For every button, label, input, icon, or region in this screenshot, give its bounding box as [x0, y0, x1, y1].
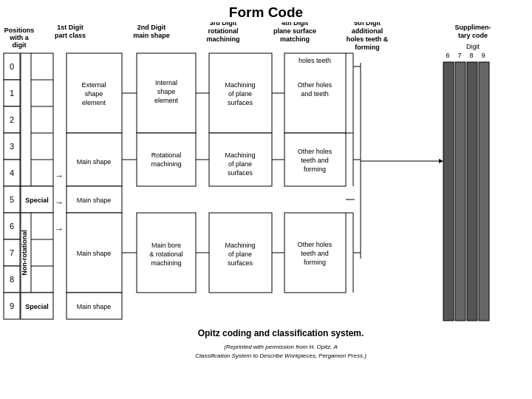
svg-text:& rotational: & rotational	[149, 250, 183, 258]
svg-text:machining: machining	[151, 160, 181, 168]
svg-marker-139	[439, 159, 443, 163]
svg-text:5: 5	[10, 195, 14, 204]
svg-text:(Reprinted with permission fro: (Reprinted with permission from H. Opitz…	[224, 344, 338, 350]
svg-text:Main shape: Main shape	[77, 250, 112, 257]
svg-text:part class: part class	[55, 32, 86, 39]
svg-text:1: 1	[10, 89, 14, 98]
svg-text:Internal: Internal	[155, 79, 177, 86]
svg-text:Machining: Machining	[225, 242, 255, 249]
svg-text:main shape: main shape	[133, 32, 170, 39]
svg-text:surfaces: surfaces	[228, 169, 253, 177]
svg-text:7: 7	[457, 52, 461, 59]
svg-text:4: 4	[10, 168, 14, 177]
svg-text:9: 9	[481, 52, 485, 59]
svg-text:teeth and: teeth and	[301, 250, 329, 257]
svg-text:forming: forming	[304, 259, 326, 266]
svg-rect-141	[455, 62, 466, 321]
svg-text:4th Digit: 4th Digit	[282, 22, 308, 27]
svg-text:shape: shape	[85, 90, 103, 98]
svg-text:machining: machining	[151, 259, 181, 267]
svg-text:with a: with a	[9, 34, 29, 41]
svg-text:0: 0	[10, 62, 14, 71]
svg-text:Special: Special	[25, 197, 49, 204]
svg-text:→: →	[55, 224, 64, 234]
svg-text:Other holes: Other holes	[298, 241, 332, 248]
svg-text:holes teeth: holes teeth	[299, 57, 331, 64]
svg-rect-102	[209, 133, 272, 186]
svg-text:Main bore: Main bore	[151, 242, 181, 249]
svg-text:Positions: Positions	[4, 27, 35, 34]
svg-text:Supplimen-: Supplimen-	[455, 24, 491, 31]
svg-text:External: External	[81, 81, 106, 89]
svg-rect-85	[137, 133, 196, 186]
svg-text:plane surface: plane surface	[273, 27, 316, 35]
svg-text:shape: shape	[157, 88, 176, 95]
svg-text:rotational: rotational	[208, 27, 238, 35]
svg-text:→: →	[55, 171, 64, 181]
svg-text:6: 6	[10, 222, 14, 231]
svg-text:9: 9	[10, 301, 14, 310]
svg-text:1st Digit: 1st Digit	[57, 24, 83, 31]
svg-text:of plane: of plane	[228, 160, 252, 168]
svg-text:digit: digit	[13, 41, 27, 49]
svg-text:Special: Special	[25, 303, 49, 310]
svg-text:teeth and: teeth and	[301, 157, 329, 164]
svg-text:Machining: Machining	[225, 151, 255, 159]
svg-text:machining: machining	[206, 35, 239, 43]
svg-text:3: 3	[10, 142, 14, 151]
svg-text:holes teeth &: holes teeth &	[347, 35, 389, 43]
svg-text:surfaces: surfaces	[228, 259, 253, 267]
page-title: Form Code	[0, 0, 532, 22]
svg-text:tary code: tary code	[458, 32, 488, 39]
svg-rect-142	[467, 62, 477, 321]
svg-rect-140	[443, 62, 454, 321]
svg-text:forming: forming	[355, 44, 380, 51]
svg-text:Main shape: Main shape	[77, 197, 112, 204]
svg-rect-44	[21, 53, 53, 186]
svg-text:3rd Digit: 3rd Digit	[210, 22, 237, 27]
svg-text:surfaces: surfaces	[228, 99, 253, 106]
svg-text:Non-rotational: Non-rotational	[21, 230, 28, 276]
svg-text:→: →	[55, 197, 64, 208]
svg-text:Main shape: Main shape	[77, 158, 112, 166]
svg-text:Rotational: Rotational	[151, 151, 182, 159]
svg-text:7: 7	[10, 248, 14, 257]
svg-text:Machining: Machining	[225, 81, 255, 89]
svg-text:of plane: of plane	[228, 90, 252, 98]
svg-text:element: element	[82, 99, 106, 106]
svg-text:6: 6	[446, 52, 449, 59]
svg-text:element: element	[154, 97, 179, 104]
form-code-diagram: Positions with a digit 1st Digit part cl…	[0, 22, 532, 392]
svg-text:of plane: of plane	[228, 250, 252, 258]
svg-text:Digit: Digit	[466, 43, 480, 50]
svg-text:additional: additional	[352, 27, 383, 35]
svg-text:Other holes: Other holes	[298, 148, 332, 155]
svg-text:Main shape: Main shape	[77, 303, 112, 310]
svg-rect-143	[479, 62, 489, 321]
svg-text:and teeth: and teeth	[301, 90, 329, 98]
svg-text:matching: matching	[280, 35, 310, 43]
svg-text:Opitz coding and classificatio: Opitz coding and classification system.	[198, 328, 364, 338]
svg-text:2nd Digit: 2nd Digit	[137, 24, 166, 31]
svg-text:5th Digit: 5th Digit	[354, 22, 381, 27]
svg-text:2: 2	[10, 115, 14, 124]
svg-text:8: 8	[469, 52, 473, 59]
svg-text:forming: forming	[304, 166, 326, 173]
svg-text:Other holes: Other holes	[298, 81, 332, 89]
svg-text:Classification System to Descr: Classification System to Describe Workpi…	[195, 352, 366, 359]
svg-text:8: 8	[10, 275, 14, 284]
